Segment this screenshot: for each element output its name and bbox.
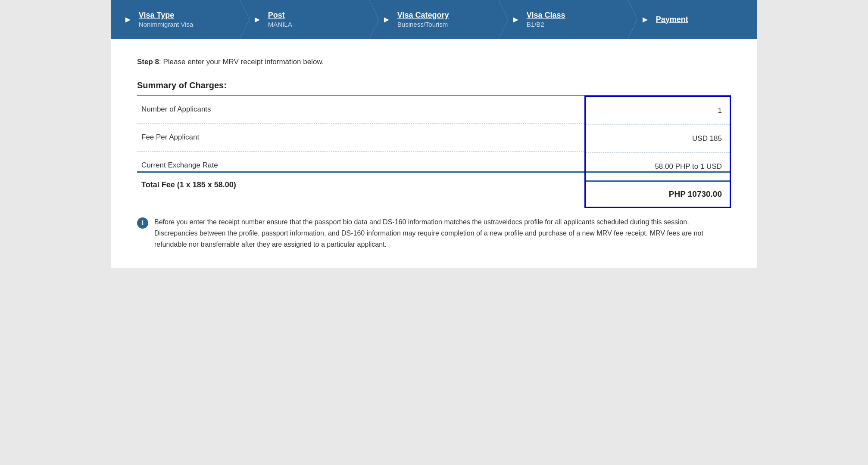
summary-title: Summary of Charges: bbox=[137, 81, 731, 90]
main-content: Step 8: Please enter your MRV receipt in… bbox=[111, 39, 757, 268]
values-column-highlighted: 1 USD 185 58.00 PHP to 1 USD PHP 10730.0… bbox=[584, 96, 731, 208]
chevron-icon: ► bbox=[253, 15, 262, 25]
breadcrumb-item-visa-category[interactable]: ► Visa Category Business/Tourism bbox=[369, 0, 499, 39]
total-value: PHP 10730.00 bbox=[586, 182, 730, 207]
charges-section: Number of Applicants Fee Per Applicant C… bbox=[137, 96, 731, 208]
step-number: Step 8 bbox=[137, 58, 159, 66]
breadcrumb-nav: ► Visa Type Nonimmigrant Visa ► Post MAN… bbox=[111, 0, 757, 39]
breadcrumb-title-visa-type: Visa Type bbox=[139, 11, 193, 20]
label-fee-per-applicant: Fee Per Applicant bbox=[137, 124, 584, 152]
breadcrumb-item-visa-class[interactable]: ► Visa Class B1/B2 bbox=[499, 0, 628, 39]
breadcrumb-subtitle-visa-type: Nonimmigrant Visa bbox=[139, 21, 193, 28]
labels-column: Number of Applicants Fee Per Applicant C… bbox=[137, 96, 584, 208]
label-num-applicants: Number of Applicants bbox=[137, 96, 584, 124]
breadcrumb-title-payment: Payment bbox=[656, 15, 688, 24]
value-num-applicants: 1 bbox=[586, 97, 730, 125]
info-text: Before you enter the receipt number ensu… bbox=[154, 217, 731, 251]
breadcrumb-item-visa-type[interactable]: ► Visa Type Nonimmigrant Visa bbox=[111, 0, 240, 39]
breadcrumb-title-visa-class: Visa Class bbox=[527, 11, 565, 20]
breadcrumb-item-payment[interactable]: ► Payment bbox=[628, 0, 757, 39]
label-exchange-rate: Current Exchange Rate bbox=[137, 152, 584, 179]
value-fee-per-applicant: USD 185 bbox=[586, 125, 730, 153]
info-notice: i Before you enter the receipt number en… bbox=[137, 217, 731, 251]
step-instruction-text: : Please enter your MRV receipt informat… bbox=[159, 58, 324, 66]
chevron-icon: ► bbox=[512, 15, 520, 25]
info-icon: i bbox=[137, 217, 148, 229]
chevron-icon: ► bbox=[382, 15, 391, 25]
breadcrumb-subtitle-visa-category: Business/Tourism bbox=[397, 21, 449, 28]
chevron-icon: ► bbox=[641, 15, 649, 25]
breadcrumb-subtitle-post: MANILA bbox=[268, 21, 292, 28]
step-instruction: Step 8: Please enter your MRV receipt in… bbox=[137, 56, 731, 68]
breadcrumb-title-post: Post bbox=[268, 11, 292, 20]
breadcrumb-title-visa-category: Visa Category bbox=[397, 11, 449, 20]
breadcrumb-subtitle-visa-class: B1/B2 bbox=[527, 21, 565, 28]
chevron-icon: ► bbox=[124, 15, 132, 25]
breadcrumb-item-post[interactable]: ► Post MANILA bbox=[240, 0, 369, 39]
value-exchange-rate: 58.00 PHP to 1 USD bbox=[586, 153, 730, 182]
